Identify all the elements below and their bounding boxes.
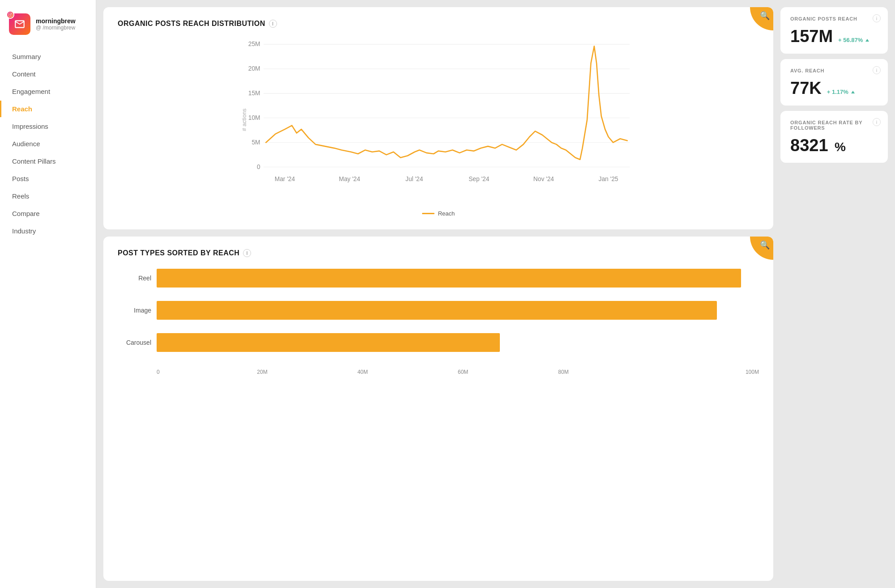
chart2-info-icon[interactable]: i (243, 249, 251, 257)
bar-label-carousel: Carousel (118, 339, 151, 346)
stat-card-avg-reach: i AVG. REACH 77K + 1.17% (780, 59, 888, 106)
sidebar-item-posts[interactable]: Posts (0, 170, 96, 187)
sidebar-item-impressions[interactable]: Impressions (0, 118, 96, 135)
stat-label-reach-rate: ORGANIC REACH RATE BY FOLLOWERS (790, 120, 878, 131)
sidebar-item-content-pillars[interactable]: Content Pillars (0, 153, 96, 169)
svg-text:Nov '24: Nov '24 (533, 176, 554, 182)
stat-card-reach-rate: i ORGANIC REACH RATE BY FOLLOWERS 8321 % (780, 111, 888, 163)
sidebar-item-compare[interactable]: Compare (0, 205, 96, 222)
stat-label-avg-reach: AVG. REACH (790, 68, 878, 73)
stat-value-reach-rate: 8321 % (790, 137, 846, 154)
bar-row-carousel: Carousel (118, 333, 759, 352)
stat-info-btn-3[interactable]: i (873, 118, 881, 126)
post-types-card: 🔍 POST TYPES SORTED BY REACH i Reel Imag… (103, 237, 773, 581)
arrow-up-icon-1 (865, 39, 869, 42)
bar-fill-carousel (157, 333, 500, 352)
chart1-legend: Reach (118, 210, 759, 217)
x-label-20m: 20M (257, 369, 357, 375)
bar-row-reel: Reel (118, 269, 759, 288)
stat-change-organic-reach: + 56.87% (838, 37, 869, 43)
chart1-info-icon[interactable]: i (269, 20, 277, 28)
svg-text:10M: 10M (248, 114, 260, 121)
stat-label-organic-reach: ORGANIC POSTS REACH (790, 16, 878, 21)
x-label-100m: 100M (659, 369, 759, 375)
chart2-title: POST TYPES SORTED BY REACH i (118, 249, 759, 257)
svg-text:# actions: # actions (241, 109, 247, 131)
svg-text:15M: 15M (248, 90, 260, 97)
sidebar-item-engagement[interactable]: Engagement (0, 83, 96, 100)
x-label-0: 0 (157, 369, 257, 375)
svg-text:20M: 20M (248, 65, 260, 72)
brand-name: morningbrew (36, 17, 76, 25)
bar-label-reel: Reel (118, 275, 151, 282)
sidebar: morningbrew @ /morningbrew Summary Conte… (0, 0, 96, 588)
chart1-title: ORGANIC POSTS REACH DISTRIBUTION i (118, 20, 759, 28)
instagram-badge (6, 11, 14, 19)
stat-info-btn-2[interactable]: i (873, 66, 881, 74)
svg-text:Jan '25: Jan '25 (599, 176, 618, 182)
main-content: 🔍 ORGANIC POSTS REACH DISTRIBUTION i 25 (96, 0, 895, 588)
svg-text:0: 0 (257, 164, 260, 170)
arrow-up-icon-2 (851, 91, 855, 93)
sidebar-item-industry[interactable]: Industry (0, 223, 96, 239)
search-icon-2: 🔍 (760, 240, 770, 250)
line-chart-svg: 25M 20M 15M 10M 5M 0 # actions Mar '24 M… (118, 35, 759, 205)
stat-value-row-2: 77K + 1.17% (790, 80, 878, 97)
svg-text:25M: 25M (248, 41, 260, 47)
svg-text:5M: 5M (251, 139, 260, 146)
stat-change-avg-reach: + 1.17% (827, 89, 855, 95)
svg-text:Mar '24: Mar '24 (275, 176, 295, 182)
bar-container-image (157, 301, 759, 320)
charts-column: 🔍 ORGANIC POSTS REACH DISTRIBUTION i 25 (103, 7, 773, 581)
stat-value-row-1: 157M + 56.87% (790, 28, 878, 45)
sidebar-item-reach[interactable]: Reach (0, 101, 96, 117)
x-label-80m: 80M (558, 369, 658, 375)
stat-value-row-3: 8321 % (790, 137, 878, 154)
bar-chart-area: Reel Image Carousel (118, 264, 759, 380)
svg-point-2 (11, 13, 12, 14)
line-chart-area: 25M 20M 15M 10M 5M 0 # actions Mar '24 M… (118, 35, 759, 205)
nav-menu: Summary Content Engagement Reach Impress… (0, 48, 96, 239)
bar-fill-reel (157, 269, 741, 288)
sidebar-item-reels[interactable]: Reels (0, 188, 96, 204)
bar-label-image: Image (118, 307, 151, 314)
bar-container-carousel (157, 333, 759, 352)
bar-fill-image (157, 301, 717, 320)
legend-line (422, 213, 435, 214)
reach-distribution-card: 🔍 ORGANIC POSTS REACH DISTRIBUTION i 25 (103, 7, 773, 229)
brand-logo (9, 13, 30, 35)
sidebar-item-content[interactable]: Content (0, 66, 96, 82)
brand-info: morningbrew @ /morningbrew (36, 17, 76, 31)
stat-value-organic-reach: 157M (790, 28, 833, 45)
sidebar-item-summary[interactable]: Summary (0, 48, 96, 65)
svg-text:Sep '24: Sep '24 (469, 176, 489, 182)
bar-row-image: Image (118, 301, 759, 320)
legend-label: Reach (438, 210, 455, 217)
svg-rect-0 (9, 13, 12, 17)
svg-text:May '24: May '24 (339, 176, 360, 182)
sidebar-item-audience[interactable]: Audience (0, 135, 96, 152)
x-label-40m: 40M (358, 369, 458, 375)
search-icon: 🔍 (760, 11, 770, 21)
stat-value-avg-reach: 77K (790, 80, 822, 97)
brand-handle: @ /morningbrew (36, 25, 76, 31)
sidebar-header: morningbrew @ /morningbrew (0, 9, 96, 48)
stat-info-btn-1[interactable]: i (873, 14, 881, 22)
stats-column: i ORGANIC POSTS REACH 157M + 56.87% i AV… (780, 7, 888, 581)
svg-text:Jul '24: Jul '24 (405, 176, 423, 182)
svg-point-1 (9, 14, 11, 15)
bar-container-reel (157, 269, 759, 288)
stat-card-organic-reach: i ORGANIC POSTS REACH 157M + 56.87% (780, 7, 888, 54)
x-label-60m: 60M (458, 369, 558, 375)
